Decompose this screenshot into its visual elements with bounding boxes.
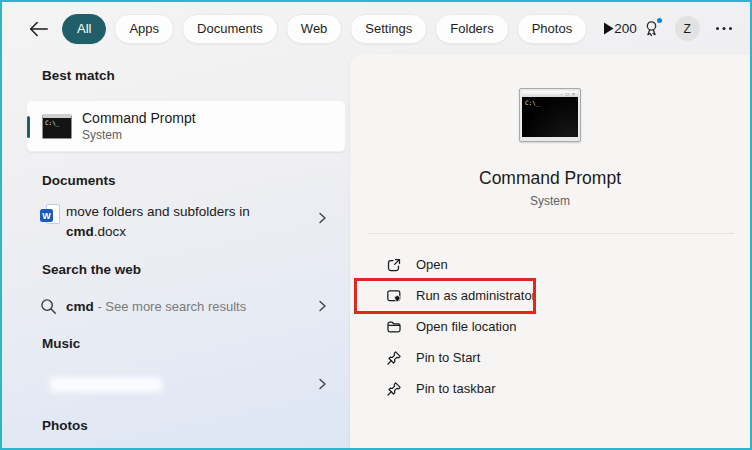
filter-pill-folders[interactable]: Folders: [435, 14, 508, 44]
action-label: Open: [416, 257, 448, 272]
result-title: Command Prompt: [82, 110, 196, 127]
search-filter-bar: All Apps Documents Web Settings Folders …: [2, 2, 750, 55]
action-label: Pin to Start: [416, 350, 480, 365]
notification-dot: [657, 18, 662, 23]
filter-pill-all[interactable]: All: [62, 14, 106, 44]
section-header-music: Music: [42, 336, 350, 354]
results-list-panel: Best match C:\_ Command Prompt System Do…: [2, 55, 350, 448]
action-pin-to-start[interactable]: Pin to Start: [350, 342, 750, 373]
action-open-file-location[interactable]: Open file location: [350, 311, 750, 342]
action-label: Open file location: [416, 319, 516, 334]
action-open[interactable]: Open: [350, 249, 750, 280]
action-label: Pin to taskbar: [416, 381, 496, 396]
ellipsis-icon: [715, 26, 733, 31]
section-header-search-web: Search the web: [42, 262, 350, 280]
preview-panel: - □ × C:\_ Command Prompt System Open: [350, 55, 750, 448]
rewards-points: 200: [614, 21, 637, 36]
context-actions: Open Run as administrator: [350, 249, 750, 404]
filter-pill-web[interactable]: Web: [286, 14, 343, 44]
account-avatar[interactable]: Z: [675, 16, 700, 41]
best-match-result[interactable]: C:\_ Command Prompt System: [26, 100, 346, 152]
play-triangle-icon: [603, 22, 614, 35]
word-document-icon: W: [40, 202, 66, 203]
music-result[interactable]: [2, 374, 350, 394]
search-results-area: Best match C:\_ Command Prompt System Do…: [2, 55, 750, 448]
action-pin-to-taskbar[interactable]: Pin to taskbar: [350, 373, 750, 404]
result-subtitle: System: [82, 128, 196, 143]
search-icon: [40, 297, 66, 315]
pin-icon: [386, 350, 402, 366]
redacted-music-item: [50, 377, 162, 392]
web-search-text: cmd - See more search results: [66, 299, 316, 314]
section-header-photos: Photos: [42, 418, 350, 436]
back-button[interactable]: [28, 16, 50, 42]
document-result[interactable]: W move folders and subfolders incmd.docx: [2, 202, 350, 242]
web-search-result[interactable]: cmd - See more search results: [2, 297, 350, 315]
command-prompt-icon: C:\_: [42, 114, 72, 139]
section-header-documents: Documents: [42, 173, 350, 191]
preview-title: Command Prompt: [479, 167, 621, 189]
arrow-left-icon: [28, 19, 50, 39]
filter-pill-apps[interactable]: Apps: [114, 14, 174, 44]
folder-icon: [386, 319, 402, 335]
more-filters-button[interactable]: [603, 22, 614, 35]
rewards-widget[interactable]: 200: [614, 20, 660, 37]
action-label: Run as administrator: [416, 288, 536, 303]
rewards-medal-icon: [643, 20, 660, 37]
topbar-right-cluster: 200 Z: [614, 16, 733, 41]
filter-pills: All Apps Documents Web Settings Folders …: [62, 14, 587, 44]
open-external-icon: [386, 257, 402, 273]
search-flyout: All Apps Documents Web Settings Folders …: [0, 0, 752, 450]
more-options-button[interactable]: [715, 26, 733, 31]
document-result-text: move folders and subfolders incmd.docx: [66, 202, 316, 242]
filter-pill-photos[interactable]: Photos: [517, 14, 587, 44]
best-match-text: Command Prompt System: [82, 110, 196, 143]
section-header-best-match: Best match: [42, 68, 350, 86]
preview-subtitle: System: [530, 194, 570, 209]
chevron-right-icon[interactable]: [316, 378, 328, 390]
chevron-right-icon[interactable]: [316, 202, 328, 224]
selection-accent-bar: [27, 116, 30, 138]
action-run-as-administrator[interactable]: Run as administrator: [350, 280, 750, 311]
run-as-admin-icon: [386, 288, 402, 304]
filter-pill-documents[interactable]: Documents: [182, 14, 278, 44]
filter-pill-settings[interactable]: Settings: [350, 14, 427, 44]
divider: [368, 233, 734, 234]
command-prompt-icon-large: - □ × C:\_: [519, 88, 581, 142]
chevron-right-icon[interactable]: [316, 300, 328, 312]
pin-icon: [386, 381, 402, 397]
